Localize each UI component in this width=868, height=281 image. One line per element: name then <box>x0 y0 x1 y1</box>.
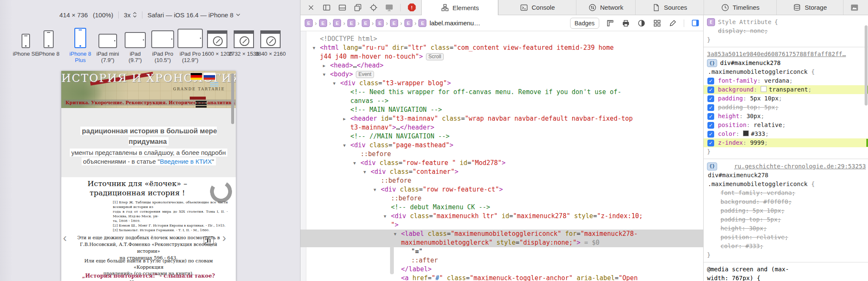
selected-node-label[interactable]: label.maximenu… <box>429 19 480 27</box>
dock-bottom-icon[interactable] <box>338 3 347 12</box>
dom-tree-line[interactable]: <a href="#" class="maximenuck-toggler-an… <box>300 274 703 281</box>
german-flag-icon[interactable] <box>191 73 202 80</box>
paintbrush-icon[interactable] <box>668 19 677 28</box>
color-swatch[interactable] <box>761 86 767 92</box>
disclosure-closed-icon[interactable]: ▶ <box>323 61 325 70</box>
slideshow-prev-icon[interactable]: ‹ <box>63 232 67 244</box>
dom-tree-line[interactable]: ::after <box>300 256 703 265</box>
css-property-row[interactable]: ✓color: #333; <box>704 130 868 138</box>
tab-console[interactable]: Console <box>498 0 576 15</box>
dock-side-icon[interactable] <box>322 3 331 12</box>
css-property-row[interactable]: ✓padding-top: 5px; <box>704 103 868 112</box>
element-crumb-badge[interactable]: E <box>333 19 341 27</box>
disclosure-open-icon[interactable]: ▼ <box>353 159 356 168</box>
property-checkbox[interactable]: ✓ <box>707 95 714 102</box>
appearance-contrast-icon[interactable] <box>637 19 646 28</box>
target-selector[interactable]: Safari — iOS 16.4 — iPhone 8 <box>147 11 240 19</box>
tab-sources[interactable]: Sources <box>635 0 704 15</box>
property-checkbox[interactable]: ✓ <box>707 122 714 129</box>
property-checkbox[interactable]: ✓ <box>707 131 714 138</box>
disclosure-open-icon[interactable]: ▼ <box>384 212 386 221</box>
stylesheet-hash-link[interactable]: 3a853a5011e9840ed60876175788f8faff82ff… <box>707 51 846 57</box>
dom-tree-line[interactable]: <!DOCTYPE html> <box>300 35 703 43</box>
dom-tree-line[interactable]: <!-- Need this wrapper for off-canvas me… <box>300 88 703 97</box>
scroll-badge[interactable]: Scroll <box>426 53 444 60</box>
element-crumb-badge[interactable]: E <box>305 19 313 27</box>
menu-hamburger-icon[interactable] <box>210 82 218 88</box>
css-property-row-overridden[interactable]: padding-top: 5px; <box>704 215 868 224</box>
ktih-link[interactable]: Введение в КТИХ <box>160 158 212 165</box>
tab-storage[interactable]: Storage <box>776 0 843 15</box>
badges-button[interactable]: Badges <box>570 18 599 29</box>
dom-tree-line-selected[interactable]: maximenumobiletogglerck" style="display:… <box>300 238 703 247</box>
styles-sidebar[interactable]: EStyle Attribute {display: none;}3a853a5… <box>703 15 868 281</box>
css-property-row-overridden[interactable]: padding: 5px 10px; <box>704 206 868 215</box>
dom-tree-line[interactable]: <!-- MAIN NAVIGATION --> <box>300 105 703 114</box>
print-styles-icon[interactable] <box>621 19 631 28</box>
rulers-icon[interactable] <box>606 19 615 28</box>
dom-tree-line[interactable]: canvas --> <box>300 97 703 105</box>
element-crumb-badge[interactable]: E <box>404 19 412 27</box>
property-checkbox[interactable]: ✓ <box>707 104 714 111</box>
mobile-menu-icon[interactable] <box>196 101 207 108</box>
dom-tree-line[interactable]: ▼<div class="page-masthead"> <box>300 141 703 150</box>
dom-tree-line[interactable]: <!-- debut Maximenu CK --> <box>300 203 703 212</box>
element-picker-icon[interactable] <box>369 3 378 12</box>
property-checkbox[interactable]: ✓ <box>707 78 714 84</box>
device-display-icon[interactable] <box>385 3 394 12</box>
grid-overlay-icon[interactable] <box>652 19 662 28</box>
tab-timelines[interactable]: Timelines <box>704 0 776 15</box>
css-property-row[interactable]: ✓padding: 5px 10px; <box>704 94 868 103</box>
dom-tree-line[interactable]: </label> <box>300 265 703 274</box>
webpage-preview[interactable]: ИСТОРИЯ И ХРОНОЛОГИЯ GRANDE TARTARIE Кри… <box>61 71 236 281</box>
disclosure-open-icon[interactable]: ▼ <box>374 185 376 194</box>
disclosure-open-icon[interactable]: ▼ <box>363 168 366 176</box>
css-property-row-overridden[interactable]: color: #333; <box>704 242 868 251</box>
dom-tree-line[interactable]: "> <box>300 221 703 230</box>
close-icon[interactable] <box>306 3 316 12</box>
dom-tree-line[interactable]: ▼<html lang="ru-ru" dir="ltr" class="com… <box>300 43 703 52</box>
disclosure-closed-icon[interactable]: ▶ <box>343 114 346 123</box>
color-swatch[interactable] <box>743 130 749 136</box>
property-checkbox[interactable]: ✓ <box>707 113 714 120</box>
css-property-row[interactable]: display: none; <box>704 27 868 35</box>
disclosure-open-icon[interactable]: ▼ <box>394 230 396 238</box>
disclosure-open-icon[interactable]: ▼ <box>323 70 325 79</box>
css-property-row[interactable]: ✓z-index: 9999; <box>704 138 868 147</box>
element-crumb-badge[interactable]: E <box>319 19 327 27</box>
dom-tree-line[interactable]: ::before <box>300 150 703 159</box>
dom-tree-line[interactable]: "≡" <box>300 247 703 256</box>
disclosure-open-icon[interactable]: ▼ <box>343 141 346 150</box>
dom-tree-line[interactable]: ▼<div class="row-feature " id="Mod278"> <box>300 159 703 168</box>
dom-tree-line[interactable]: ▶<head>…</head> <box>300 61 703 70</box>
dom-tree-line[interactable]: ▼<div class="maximenuckh ltr" id="maxime… <box>300 212 703 221</box>
dom-tree-line[interactable]: ::before <box>300 176 703 185</box>
property-checkbox[interactable]: ✓ <box>707 140 714 146</box>
styles-scrollbar[interactable] <box>865 25 868 105</box>
css-property-row-overridden[interactable]: position: relative; <box>704 233 868 242</box>
css-property-row[interactable]: ✓background: transparent; <box>704 85 868 94</box>
dom-tree-line[interactable]: ▼<div class="t3-wrapper blog"> <box>300 79 703 88</box>
dom-tree-line[interactable]: ▶<header id="t3-mainnav" class="wrap nav… <box>300 114 703 123</box>
preview-scrollbar[interactable] <box>231 73 234 124</box>
dom-tree-line[interactable]: ▼<div class="row row-feature-ct"> <box>300 185 703 194</box>
css-property-row-overridden[interactable]: height: 30px; <box>704 224 868 233</box>
dom-tree-line[interactable]: ▼<div class="container"> <box>300 168 703 176</box>
stylesheet-source-link[interactable]: ru.geschichte-chronologie.de:29:53253 <box>734 162 866 171</box>
css-property-row[interactable]: ✓position: relative; <box>704 121 868 130</box>
russian-flag-icon[interactable] <box>204 73 215 80</box>
dom-tree-panel[interactable]: <!DOCTYPE html>▼<html lang="ru-ru" dir="… <box>300 31 703 281</box>
dom-tree-line[interactable]: ▼<body>Event <box>300 70 703 79</box>
tab-network[interactable]: Network <box>576 0 635 15</box>
detach-window-icon[interactable] <box>353 3 363 12</box>
issues-error-badge[interactable]: ! <box>407 3 416 12</box>
tab-elements[interactable]: Elements <box>421 0 498 15</box>
disclosure-open-icon[interactable]: ▼ <box>333 79 336 88</box>
element-crumb-badge[interactable]: E <box>362 19 370 27</box>
css-property-row[interactable]: ✓font-family: verdana; <box>704 76 868 85</box>
css-property-row-overridden[interactable]: background: #f0f0f0; <box>704 197 868 206</box>
tab-graphics-clipped[interactable] <box>843 0 868 15</box>
css-property-row[interactable]: ✓height: 30px; <box>704 112 868 121</box>
property-checkbox[interactable]: ✓ <box>707 86 714 93</box>
element-crumb-badge[interactable]: E <box>347 19 355 27</box>
